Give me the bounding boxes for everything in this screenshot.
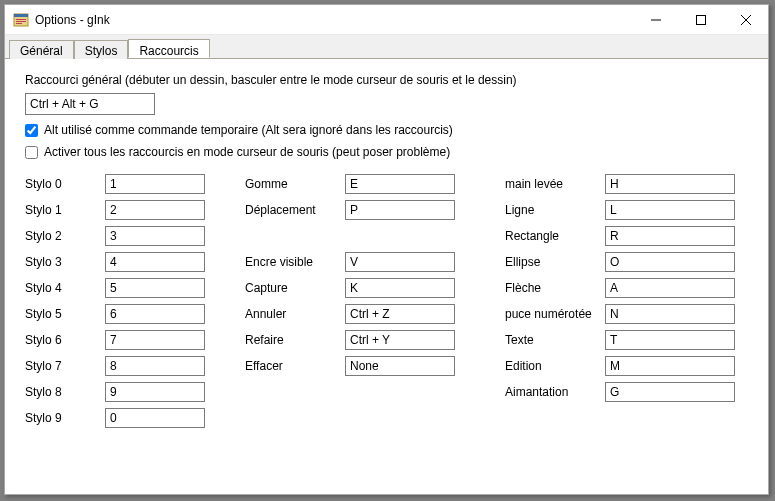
general-hotkey-desc: Raccourci général (débuter un dessin, ba…: [25, 73, 748, 87]
shape-hotkey-input[interactable]: [605, 356, 735, 376]
tab-general[interactable]: Général: [9, 40, 74, 59]
tool-hotkeys-column: GommeDéplacement Encre visibleCaptureAnn…: [245, 171, 485, 431]
svg-rect-1: [14, 14, 28, 17]
shape-hotkey-label: Texte: [505, 333, 605, 347]
shape-hotkey-input[interactable]: [605, 382, 735, 402]
shape-hotkey-input[interactable]: [605, 174, 735, 194]
tool-hotkey-label: Annuler: [245, 307, 345, 321]
svg-rect-2: [16, 19, 26, 20]
pen-hotkey-input[interactable]: [105, 356, 205, 376]
pen-hotkey-label: Stylo 4: [25, 281, 105, 295]
tool-hotkey-input[interactable]: [345, 304, 455, 324]
shape-hotkey-label: Flèche: [505, 281, 605, 295]
tool-hotkey-row: Encre visible: [245, 249, 485, 275]
tool-hotkey-input[interactable]: [345, 252, 455, 272]
tool-hotkey-input[interactable]: [345, 330, 455, 350]
pen-hotkey-input[interactable]: [105, 278, 205, 298]
general-hotkey-input[interactable]: [25, 93, 155, 115]
pen-hotkey-row: Stylo 9: [25, 405, 215, 431]
close-button[interactable]: [723, 5, 768, 34]
minimize-button[interactable]: [633, 5, 678, 34]
shape-hotkey-label: puce numérotée: [505, 307, 605, 321]
tool-hotkey-label: Encre visible: [245, 255, 345, 269]
tool-hotkey-label: Déplacement: [245, 203, 345, 217]
tool-hotkey-input[interactable]: [345, 356, 455, 376]
tab-strip: Général Stylos Raccourcis: [5, 35, 768, 59]
shape-hotkey-row: Ellipse: [505, 249, 765, 275]
svg-rect-3: [16, 21, 26, 22]
tool-hotkey-label: Capture: [245, 281, 345, 295]
enable-all-checkbox[interactable]: [25, 146, 38, 159]
shape-hotkey-input[interactable]: [605, 226, 735, 246]
tool-hotkey-input[interactable]: [345, 174, 455, 194]
shape-hotkey-label: Ellipse: [505, 255, 605, 269]
shape-hotkey-row: puce numérotée: [505, 301, 765, 327]
pen-hotkey-row: Stylo 6: [25, 327, 215, 353]
shape-hotkey-input[interactable]: [605, 304, 735, 324]
tool-hotkey-row: Annuler: [245, 301, 485, 327]
pen-hotkey-input[interactable]: [105, 252, 205, 272]
shape-hotkey-label: Rectangle: [505, 229, 605, 243]
pen-hotkey-row: Stylo 4: [25, 275, 215, 301]
tool-hotkey-input[interactable]: [345, 278, 455, 298]
shape-hotkey-label: Edition: [505, 359, 605, 373]
tab-content: Raccourci général (débuter un dessin, ba…: [5, 59, 768, 494]
pen-hotkeys-column: Stylo 0Stylo 1Stylo 2Stylo 3Stylo 4Stylo…: [25, 171, 215, 431]
shape-hotkey-input[interactable]: [605, 330, 735, 350]
tool-hotkey-input[interactable]: [345, 200, 455, 220]
shape-hotkey-input[interactable]: [605, 252, 735, 272]
pen-hotkey-label: Stylo 0: [25, 177, 105, 191]
options-window: Options - gInk Général Stylos Raccourcis…: [4, 4, 769, 495]
shape-hotkey-label: main levée: [505, 177, 605, 191]
alt-temp-checkbox[interactable]: [25, 124, 38, 137]
pen-hotkey-input[interactable]: [105, 174, 205, 194]
pen-hotkey-input[interactable]: [105, 304, 205, 324]
maximize-button[interactable]: [678, 5, 723, 34]
pen-hotkey-input[interactable]: [105, 330, 205, 350]
shape-hotkey-input[interactable]: [605, 278, 735, 298]
tool-hotkey-label: Refaire: [245, 333, 345, 347]
window-buttons: [633, 5, 768, 34]
pen-hotkey-row: Stylo 7: [25, 353, 215, 379]
shape-hotkey-input[interactable]: [605, 200, 735, 220]
tab-hotkeys[interactable]: Raccourcis: [128, 39, 209, 58]
tool-hotkey-label: Effacer: [245, 359, 345, 373]
shape-hotkey-row: Rectangle: [505, 223, 765, 249]
pen-hotkey-input[interactable]: [105, 382, 205, 402]
shape-hotkey-label: Aimantation: [505, 385, 605, 399]
shape-hotkey-row: Ligne: [505, 197, 765, 223]
shape-hotkey-row: Aimantation: [505, 379, 765, 405]
pen-hotkey-label: Stylo 8: [25, 385, 105, 399]
app-icon: [13, 12, 29, 28]
pen-hotkey-input[interactable]: [105, 408, 205, 428]
shape-hotkey-row: main levée: [505, 171, 765, 197]
pen-hotkey-label: Stylo 1: [25, 203, 105, 217]
pen-hotkey-row: Stylo 2: [25, 223, 215, 249]
titlebar: Options - gInk: [5, 5, 768, 35]
pen-hotkey-row: Stylo 8: [25, 379, 215, 405]
enable-all-label: Activer tous les raccourcis en mode curs…: [44, 145, 450, 159]
pen-hotkey-input[interactable]: [105, 200, 205, 220]
shape-hotkey-label: Ligne: [505, 203, 605, 217]
pen-hotkey-row: Stylo 3: [25, 249, 215, 275]
pen-hotkey-row: Stylo 0: [25, 171, 215, 197]
pen-hotkey-label: Stylo 5: [25, 307, 105, 321]
pen-hotkey-row: Stylo 5: [25, 301, 215, 327]
shape-hotkeys-column: main levéeLigneRectangleEllipseFlèchepuc…: [505, 171, 765, 431]
shape-hotkey-row: Edition: [505, 353, 765, 379]
pen-hotkey-row: Stylo 1: [25, 197, 215, 223]
pen-hotkey-label: Stylo 3: [25, 255, 105, 269]
tool-hotkey-row: Gomme: [245, 171, 485, 197]
svg-rect-4: [16, 23, 22, 24]
pen-hotkey-label: Stylo 9: [25, 411, 105, 425]
shape-hotkey-row: Texte: [505, 327, 765, 353]
tool-hotkey-row: Déplacement: [245, 197, 485, 223]
shape-hotkey-row: Flèche: [505, 275, 765, 301]
tool-hotkey-row: Effacer: [245, 353, 485, 379]
svg-rect-6: [696, 15, 705, 24]
pen-hotkey-input[interactable]: [105, 226, 205, 246]
tab-pens[interactable]: Stylos: [74, 40, 129, 59]
tool-hotkey-label: Gomme: [245, 177, 345, 191]
window-title: Options - gInk: [35, 13, 633, 27]
tool-hotkey-row: Capture: [245, 275, 485, 301]
